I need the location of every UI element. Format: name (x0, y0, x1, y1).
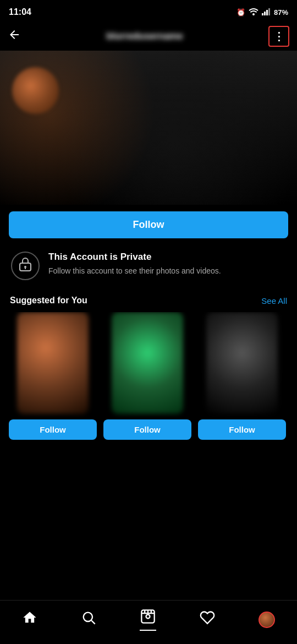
reels-icon (140, 609, 156, 628)
svg-rect-3 (266, 10, 268, 15)
lock-icon-wrap (11, 252, 40, 280)
nav-profile-avatar (258, 612, 275, 628)
search-icon (81, 610, 96, 629)
wifi-icon (249, 8, 258, 17)
suggested-user-3: Follow (198, 312, 286, 440)
status-bar: 11:04 ⏰ 87% (0, 0, 297, 22)
nav-reels[interactable] (140, 609, 156, 631)
signal-icon (262, 8, 271, 17)
suggested-follow-button-2[interactable]: Follow (103, 419, 191, 440)
svg-point-6 (24, 266, 26, 268)
suggested-avatar-1 (17, 312, 89, 414)
suggested-follow-button-1[interactable]: Follow (9, 419, 97, 440)
bottom-navigation (0, 600, 297, 644)
suggested-avatar-3 (206, 312, 278, 414)
suggested-follow-button-3[interactable]: Follow (198, 419, 286, 440)
home-icon (22, 610, 37, 629)
svg-line-9 (91, 620, 95, 624)
private-account-section: This Account is Private Follow this acco… (0, 238, 297, 291)
suggested-header: Suggested for You See All (0, 291, 297, 312)
see-all-link[interactable]: See All (261, 296, 287, 305)
header: blurredusername ⋮ (0, 22, 297, 51)
suggested-title: Suggested for You (10, 296, 87, 305)
profile-blurred-overlay (0, 51, 297, 205)
status-time: 11:04 (9, 7, 31, 17)
alarm-icon: ⏰ (237, 8, 245, 17)
suggested-user-1: Follow (9, 312, 97, 440)
profile-username: blurredusername (26, 31, 263, 42)
more-icon: ⋮ (273, 30, 285, 43)
nav-home[interactable] (22, 610, 37, 629)
svg-rect-4 (268, 8, 270, 15)
svg-point-0 (252, 13, 255, 15)
lock-icon (18, 256, 32, 275)
back-button[interactable] (8, 28, 21, 45)
nav-search[interactable] (81, 610, 96, 629)
suggested-users-list: Follow Follow Follow (0, 312, 297, 440)
status-icons: ⏰ 87% (237, 8, 288, 17)
more-options-button[interactable]: ⋮ (268, 26, 289, 47)
heart-icon (200, 610, 215, 629)
battery-status: 87% (274, 8, 288, 17)
svg-point-11 (146, 614, 150, 618)
private-account-description: Follow this account to see their photos … (48, 266, 221, 277)
private-account-text: This Account is Private Follow this acco… (48, 252, 221, 277)
suggested-avatar-2 (112, 312, 183, 414)
nav-active-indicator (140, 630, 156, 631)
follow-main-button[interactable]: Follow (9, 211, 288, 238)
svg-rect-2 (264, 12, 266, 15)
nav-activity[interactable] (200, 610, 215, 629)
private-account-title: This Account is Private (48, 252, 221, 263)
suggested-user-2: Follow (103, 312, 191, 440)
svg-rect-1 (262, 13, 263, 15)
nav-profile[interactable] (258, 612, 275, 628)
profile-cover (0, 51, 297, 205)
svg-point-8 (83, 613, 92, 621)
